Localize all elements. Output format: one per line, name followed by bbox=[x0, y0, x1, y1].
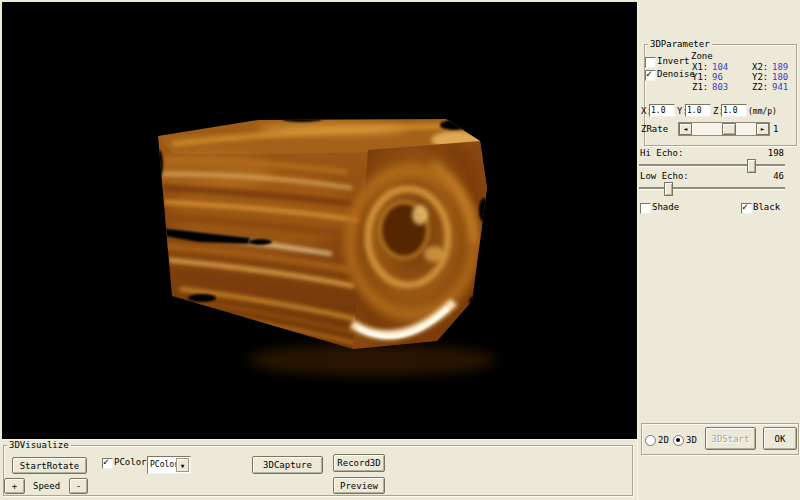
3dparameter-group-title: 3DParameter bbox=[648, 39, 712, 49]
zone-y1-value: 96 bbox=[712, 72, 723, 82]
zrate-thumb[interactable] bbox=[722, 123, 736, 135]
black-checkbox[interactable] bbox=[741, 203, 752, 214]
ok-button[interactable]: OK bbox=[763, 427, 797, 450]
zone-y2-label: Y2: bbox=[752, 72, 768, 82]
hi-echo-label: Hi Echo: bbox=[640, 148, 683, 158]
black-label: Black bbox=[753, 202, 780, 212]
x-scale-input[interactable] bbox=[649, 104, 675, 117]
shade-checkbox[interactable] bbox=[640, 203, 651, 214]
zone-z2-value: 941 bbox=[772, 82, 788, 92]
speed-plus-button[interactable]: + bbox=[4, 478, 25, 494]
pcolor-label: PColor bbox=[114, 457, 147, 467]
start-rotate-button[interactable]: StartRotate bbox=[12, 457, 87, 474]
hi-echo-value: 198 bbox=[746, 148, 784, 158]
low-echo-thumb[interactable] bbox=[664, 182, 673, 196]
zrate-value: 1 bbox=[773, 124, 778, 134]
record3d-button[interactable]: Record3D bbox=[333, 454, 385, 472]
mode-2d-label: 2D bbox=[658, 435, 669, 445]
zrate-label: ZRate bbox=[641, 124, 668, 134]
zone-x2-label: X2: bbox=[752, 62, 768, 72]
speed-label: Speed bbox=[33, 481, 60, 491]
mode-3d-label: 3D bbox=[686, 435, 697, 445]
3dcapture-button[interactable]: 3DCapture bbox=[252, 456, 323, 474]
zone-x1-value: 104 bbox=[712, 62, 728, 72]
denoise-checkbox[interactable] bbox=[645, 70, 656, 81]
parameter-panel: 3DParameter Invert Denoise Zone X1: 104 … bbox=[637, 0, 800, 500]
low-echo-label: Low Echo: bbox=[640, 171, 689, 181]
zone-z1-label: Z1: bbox=[692, 82, 708, 92]
visualize-bar: 3DVisualize StartRotate + Speed - PColor… bbox=[0, 439, 637, 500]
zone-z1-value: 803 bbox=[712, 82, 728, 92]
invert-checkbox[interactable] bbox=[645, 57, 656, 68]
mode-2d-radio[interactable] bbox=[645, 435, 656, 446]
hi-echo-slider[interactable] bbox=[639, 164, 785, 167]
zone-title: Zone bbox=[691, 51, 713, 61]
3dvisualize-group-title: 3DVisualize bbox=[7, 440, 71, 450]
zrate-right-arrow[interactable]: ► bbox=[756, 123, 769, 135]
zrate-left-arrow[interactable]: ◄ bbox=[679, 123, 692, 135]
3d-viewport[interactable] bbox=[2, 2, 637, 439]
zone-z2-label: Z2: bbox=[752, 82, 768, 92]
zone-y2-value: 180 bbox=[772, 72, 788, 82]
pcolor-checkbox[interactable] bbox=[102, 458, 113, 469]
volume-render-image bbox=[2, 2, 637, 439]
pcolor-dropdown[interactable]: PColor ▼ bbox=[147, 456, 191, 474]
pcolor-dropdown-value: PColor bbox=[150, 460, 179, 470]
speed-minus-button[interactable]: - bbox=[69, 478, 88, 494]
scale-unit-label: (mm/p) bbox=[748, 107, 777, 117]
low-echo-value: 46 bbox=[746, 171, 784, 181]
shade-label: Shade bbox=[652, 202, 679, 212]
z-scale-input[interactable] bbox=[721, 104, 747, 117]
3dstart-button[interactable]: 3DStart bbox=[705, 427, 756, 450]
preview-button[interactable]: Preview bbox=[333, 477, 385, 494]
invert-label: Invert bbox=[657, 56, 690, 66]
denoise-label: Denoise bbox=[657, 69, 695, 79]
pcolor-dropdown-arrow-icon[interactable]: ▼ bbox=[176, 458, 189, 472]
application-window: 3DParameter Invert Denoise Zone X1: 104 … bbox=[0, 0, 800, 500]
y-scale-input[interactable] bbox=[685, 104, 711, 117]
mode-3d-radio[interactable] bbox=[673, 435, 684, 446]
low-echo-slider[interactable] bbox=[639, 187, 785, 190]
zone-x1-label: X1: bbox=[692, 62, 708, 72]
zrate-scrollbar[interactable]: ◄ ► bbox=[678, 122, 770, 136]
zone-y1-label: Y1: bbox=[692, 72, 708, 82]
zone-x2-value: 189 bbox=[772, 62, 788, 72]
